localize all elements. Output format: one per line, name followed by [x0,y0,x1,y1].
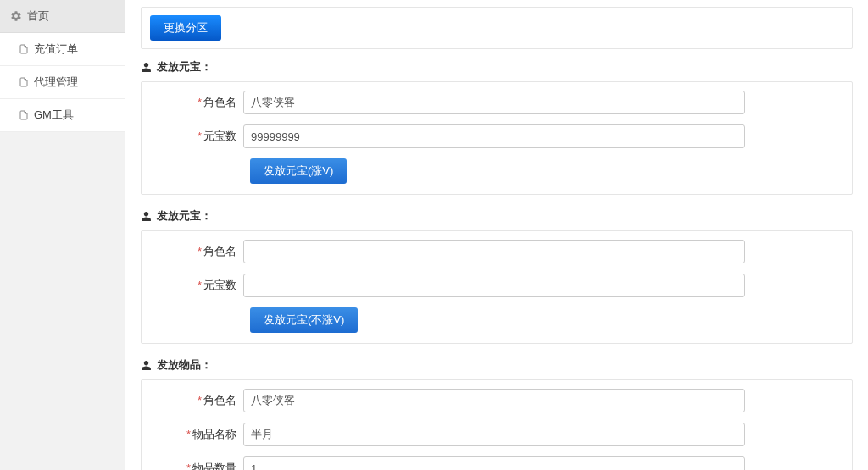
sidebar-item-label: GM工具 [34,108,74,123]
sidebar-item-agent[interactable]: 代理管理 [0,66,125,99]
submit-yuanbao-v-button[interactable]: 发放元宝(涨V) [250,158,347,184]
sidebar-home-label: 首页 [27,8,49,24]
item-qty-label: *物品数量 [150,461,243,470]
section-title-text: 发放物品： [157,357,212,373]
item-role-input[interactable] [243,389,745,412]
amount-input[interactable] [243,124,745,148]
panel-yuanbao-v: *角色名 *元宝数 发放元宝(涨V) [141,81,853,195]
amount-label: *元宝数 [150,278,243,293]
main-content: 更换分区 发放元宝： *角色名 *元宝数 发放元宝(涨V) [125,0,868,470]
item-qty-input[interactable] [243,456,745,470]
item-name-label: *物品名称 [150,427,243,442]
user-icon [141,211,152,222]
section-title-item: 发放物品： [141,357,853,373]
section-title-yuanbao-nov: 发放元宝： [141,208,853,224]
item-name-input[interactable] [243,423,745,446]
role-label: *角色名 [150,393,243,408]
role-label: *角色名 [150,95,243,110]
sidebar-item-gm[interactable]: GM工具 [0,99,125,132]
amount-input[interactable] [243,274,745,297]
gear-icon [10,10,22,22]
file-icon [19,76,29,88]
file-icon [19,109,29,121]
section-title-text: 发放元宝： [157,208,212,224]
sidebar: 首页 充值订单 代理管理 GM工具 [0,0,125,470]
sidebar-item-label: 充值订单 [34,41,78,57]
top-toolbar: 更换分区 [141,7,853,49]
section-title-yuanbao-v: 发放元宝： [141,59,853,75]
role-input[interactable] [243,91,745,114]
user-icon [141,360,152,371]
role-input[interactable] [243,240,745,263]
role-label: *角色名 [150,244,243,259]
amount-label: *元宝数 [150,129,243,144]
sidebar-home[interactable]: 首页 [0,0,125,33]
panel-item: *角色名 *物品名称 *物品数量 发放物品 [141,379,853,470]
sidebar-item-label: 代理管理 [34,75,78,90]
submit-yuanbao-nov-button[interactable]: 发放元宝(不涨V) [250,307,358,333]
panel-yuanbao-nov: *角色名 *元宝数 发放元宝(不涨V) [141,230,853,344]
switch-zone-button[interactable]: 更换分区 [150,15,221,41]
file-icon [19,43,29,55]
user-icon [141,62,152,73]
sidebar-item-recharge[interactable]: 充值订单 [0,33,125,66]
section-title-text: 发放元宝： [157,59,212,75]
